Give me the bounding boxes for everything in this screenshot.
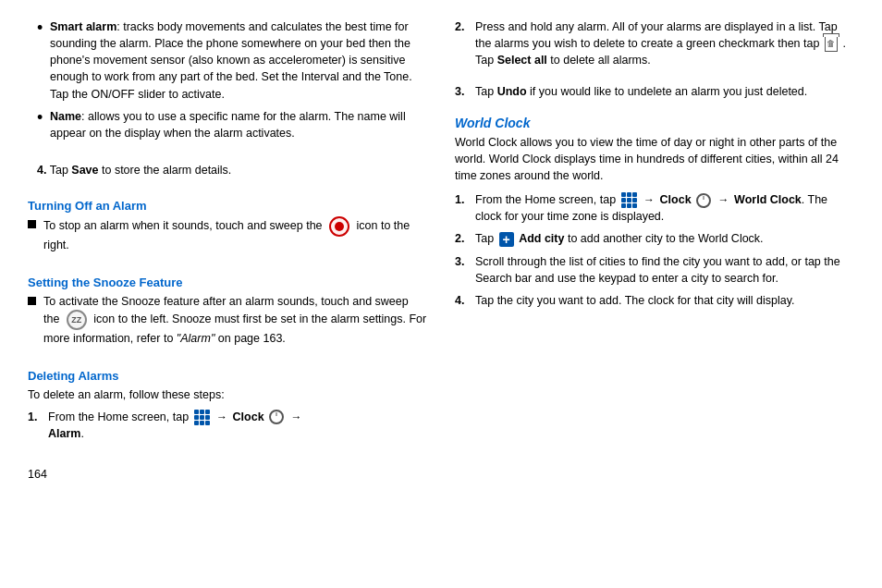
stop-icon	[329, 216, 349, 237]
wc-number-2: 2.	[455, 230, 475, 247]
name-text: Name: allows you to use a specific name …	[50, 108, 427, 141]
right-number-2: 2.	[455, 18, 475, 35]
wc-arrow-2: →	[718, 193, 729, 206]
snooze-heading: Setting the Snooze Feature	[28, 276, 427, 289]
deleting-number-1: 1.	[28, 409, 48, 425]
page-number: 164	[28, 468, 427, 481]
smart-alarm-label: Smart alarm	[50, 20, 116, 33]
trash-icon: 🗑	[825, 37, 838, 52]
wc-number-1: 1.	[455, 191, 475, 208]
bullets-section: • Smart alarm: tracks body movements and…	[28, 18, 427, 147]
deleting-item-1: 1. From the Home screen, tap → Clock → A…	[28, 409, 427, 443]
add-icon: +	[499, 232, 514, 247]
snooze-text: To activate the Snooze feature after an …	[43, 293, 427, 347]
deleting-heading: Deleting Alarms	[28, 369, 427, 383]
deleting-text-1: From the Home screen, tap → Clock → Alar…	[48, 409, 304, 443]
world-clock-heading: World Clock	[455, 116, 854, 130]
add-city-bold: Add city	[519, 232, 564, 245]
save-bold: Save	[71, 164, 98, 177]
world-clock-item-4: 4. Tap the city you want to add. The clo…	[455, 292, 854, 309]
world-clock-item-2: 2. Tap + Add city to add another city to…	[455, 230, 854, 247]
right-number-3: 3.	[455, 83, 475, 100]
deleting-section: Deleting Alarms To delete an alarm, foll…	[28, 361, 427, 447]
bullet-name: • Name: allows you to use a specific nam…	[28, 108, 427, 141]
right-item-2: 2. Press and hold any alarm. All of your…	[455, 18, 854, 68]
page-container: • Smart alarm: tracks body movements and…	[0, 0, 882, 588]
clock-bold-right: Clock	[660, 193, 692, 206]
alarm-bold: Alarm	[48, 427, 80, 440]
alarm-ref: "Alarm"	[177, 332, 215, 345]
bullet-dot-2: •	[37, 109, 44, 126]
clock-icon-right	[696, 193, 711, 208]
smart-alarm-text: Smart alarm: tracks body movements and c…	[50, 18, 427, 103]
square-bullet-2	[28, 297, 36, 305]
wc-text-4: Tap the city you want to add. The clock …	[475, 292, 795, 309]
turning-off-section: Turning Off an Alarm To stop an alarm wh…	[28, 191, 427, 259]
wc-arrow-1: →	[643, 193, 655, 206]
right-text-2: Press and hold any alarm. All of your al…	[475, 18, 854, 68]
arrow-2: →	[291, 410, 302, 423]
select-all-bold: Select all	[497, 54, 547, 67]
undo-bold: Undo	[497, 85, 527, 98]
clock-bold-left: Clock	[233, 410, 264, 423]
turning-off-heading: Turning Off an Alarm	[28, 199, 427, 213]
wc-number-4: 4.	[455, 292, 475, 309]
right-item-3: 3. Tap Undo if you would like to undelet…	[455, 83, 854, 100]
wc-number-3: 3.	[455, 253, 475, 270]
world-clock-item-1: 1. From the Home screen, tap → Clock → W…	[455, 191, 854, 226]
square-bullet-1	[28, 220, 36, 228]
tap-save-item: 4. Tap Save to store the alarm details.	[28, 162, 427, 178]
bullet-smart-alarm: • Smart alarm: tracks body movements and…	[28, 18, 427, 103]
tap-save-number: 4.	[37, 164, 46, 177]
world-clock-bold: World Clock	[734, 193, 802, 206]
stop-icon-inner	[335, 222, 344, 231]
name-label: Name	[50, 110, 81, 123]
clock-icon-left	[269, 410, 284, 424]
turning-off-item: To stop an alarm when it sounds, touch a…	[28, 216, 427, 253]
snooze-item: To activate the Snooze feature after an …	[28, 293, 427, 347]
world-clock-section: World Clock World Clock allows you to vi…	[455, 116, 854, 314]
grid-icon-left	[194, 410, 210, 425]
bullet-dot: •	[37, 19, 44, 36]
wc-text-2: Tap + Add city to add another city to th…	[475, 230, 764, 247]
left-column: • Smart alarm: tracks body movements and…	[28, 18, 427, 570]
grid-icon-right	[621, 192, 637, 208]
turning-off-text: To stop an alarm when it sounds, touch a…	[43, 216, 427, 253]
right-text-3: Tap Undo if you would like to undelete a…	[475, 83, 807, 100]
world-clock-item-3: 3. Scroll through the list of cities to …	[455, 253, 854, 287]
deleting-intro: To delete an alarm, follow these steps:	[28, 386, 427, 403]
zz-icon: ZZ	[67, 310, 87, 330]
wc-text-3: Scroll through the list of cities to fin…	[475, 253, 854, 287]
snooze-section: Setting the Snooze Feature To activate t…	[28, 268, 427, 352]
world-clock-intro: World Clock allows you to view the time …	[455, 134, 854, 184]
wc-text-1: From the Home screen, tap → Clock → Worl…	[475, 191, 854, 226]
right-column: 2. Press and hold any alarm. All of your…	[455, 18, 854, 570]
arrow-1: →	[216, 410, 227, 423]
